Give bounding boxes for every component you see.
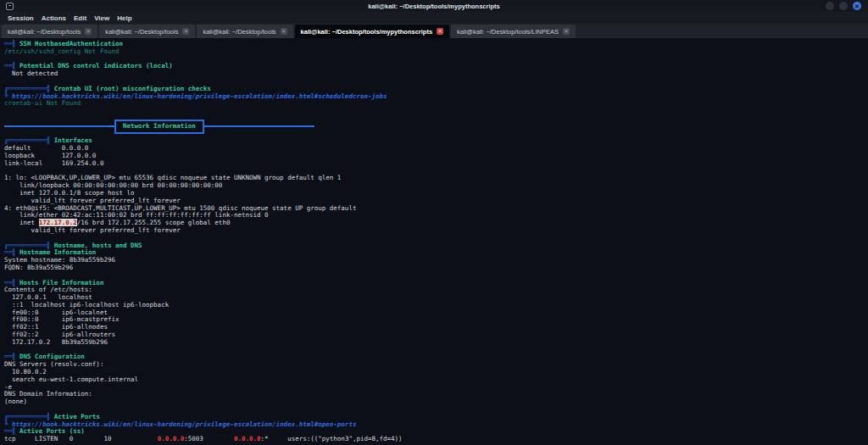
menu-view[interactable]: View [94,14,109,22]
maximize-button[interactable] [839,2,848,10]
menu-actions[interactable]: Actions [42,14,66,22]
terminal-line: ══╣ Potential DNS control indicators (lo… [4,63,868,70]
banner-line-left [4,125,114,127]
tab-2[interactable]: kali@kali: ~/Desktop/tools✕ [99,25,195,38]
menu-edit[interactable]: Edit [74,14,86,22]
tab-1[interactable]: kali@kali: ~/Desktop/tools✕ [2,25,97,38]
tab-close-icon[interactable]: ✕ [85,28,92,35]
terminal-line [4,406,868,414]
terminal-line: tcp LISTEN 0 10 0.0.0.0:5003 0.0.0.0:* u… [4,436,868,443]
tab-label: kali@kali: ~/Desktop/tools [8,28,81,36]
terminal-line: ══╣ DNS Configuration [4,353,868,361]
terminal-text-segment: Interfaces [54,136,92,144]
terminal-text-segment: Contents of /etc/hosts: [4,286,92,293]
terminal-text-segment: 127.0.0.1 localhost [4,293,92,301]
tab-close-icon[interactable]: ✕ [437,28,443,35]
terminal-text-segment: DNS Domain Information: [4,390,92,398]
terminal-text-segment: SSH HostbasedAuthentication [19,40,123,47]
menu-bar: SessionActionsEditViewHelp [0,12,868,24]
terminal-text-segment: ══╣ [4,353,19,360]
terminal-text-segment: search eu-west-1.compute.internal [4,375,138,383]
terminal-text-segment: link-local 169.254.0.0 [4,159,103,167]
terminal-text-segment: link/loopback 00:00:00:00:00:00 brd 00:0… [4,181,222,189]
close-button[interactable]: ✕ [853,2,861,10]
terminal-line: ff00::0 ip6-mcastprefix [4,316,868,324]
tab-bar: kali@kali: ~/Desktop/tools✕kali@kali: ~/… [0,24,868,38]
terminal-text-segment: link/ether 02:42:ac:11:00:02 brd ff:ff:f… [4,211,269,219]
terminal-text-segment: ╔══════════╣ [4,136,54,144]
terminal-text-segment: users:(("python3",pid=8,fd=4)) [287,435,402,442]
tab-5[interactable]: kali@kali: ~/Desktop/tools/LINPEAS✕ [451,25,576,38]
terminal-text-segment: tcp LISTEN 0 10 [4,435,158,442]
terminal-line: DNS Domain Information: [4,391,868,398]
terminal-line: ══╣ Hosts File Information [4,280,868,287]
terminal-line: Contents of /etc/hosts: [4,286,868,294]
terminal-text-segment: 10.80.0.2 [4,368,47,375]
terminal-line [4,108,868,115]
tab-4[interactable]: kali@kali: ~/Desktop/tools/mypythonscrip… [295,25,449,38]
terminal-text-segment: ══╣ [4,427,19,435]
tab-label: kali@kali: ~/Desktop/tools [203,28,275,36]
terminal-line: ╚ https://book.hacktricks.wiki/en/linux-… [4,421,868,429]
banner-title: Network Information [114,120,204,134]
terminal-text-segment: ff02::2 ip6-allrouters [4,331,115,338]
terminal-text-segment: Not detected [4,70,58,77]
terminal-text-segment: crontab-ui Not Found [4,99,81,107]
tab-label: kali@kali: ~/Desktop/tools/mypythonscrip… [301,28,432,36]
terminal-line: FQDN: 8b39a559b296 [4,264,868,272]
terminal-text-segment: Crontab UI (root) misconfiguration check… [54,85,211,92]
terminal-text-segment: -e [4,383,12,391]
terminal-line: /etc/ssh/sshd_config Not Found [4,48,868,56]
menu-session[interactable]: Session [8,14,34,22]
terminal-text-segment: System hostname: 8b39a559b296 [4,256,115,264]
section-banner: Network Information [4,115,868,137]
terminal-text-segment: DNS Servers (resolv.conf): [4,360,103,368]
terminal-text-segment: :5003 [184,435,234,442]
terminal-line: Not detected [4,70,868,78]
terminal-line: valid_lft forever preferred_lft forever [4,227,868,235]
terminal-text-segment: (none) [4,398,27,405]
terminal-line: fe00::0 ip6-localnet [4,309,868,317]
terminal-line: ::1 localhost ip6-localhost ip6-loopback [4,302,868,309]
window-controls: ✕ [826,2,861,10]
terminal-text-segment: ╚ [4,92,12,100]
terminal-text-segment: ╔══════════╣ [4,85,54,92]
terminal-text-segment: Hostname Information [19,248,96,256]
terminal-text-segment: 172.17.0.2 [39,219,77,226]
menu-help[interactable]: Help [117,14,131,22]
terminal-line: link-local 169.254.0.0 [4,160,868,168]
tab-close-icon[interactable]: ✕ [563,28,570,35]
terminal-text-segment: loopback 127.0.0.0 [4,152,96,159]
terminal-text-segment: Potential DNS control indicators (local) [19,62,173,70]
terminal-output[interactable]: ══╣ SSH HostbasedAuthentication/etc/ssh/… [0,38,868,445]
tab-close-icon[interactable]: ✕ [281,28,287,35]
tab-close-icon[interactable]: ✕ [182,28,189,35]
terminal-text-segment: 0.0.0.0 [234,435,261,442]
tab-label: kali@kali: ~/Desktop/tools [105,28,178,36]
terminal-line: ╔══════════╣ Interfaces [4,137,868,145]
terminal-text-segment: 172.17.0.2 8b39a559b296 [4,338,108,346]
terminal-text-segment: inet 127.0.0.1/8 scope host lo [4,189,135,197]
terminal-line: search eu-west-1.compute.internal [4,376,868,384]
terminal-text-segment: DNS Configuration [19,353,85,360]
terminal-text-segment: ══╣ [4,62,19,70]
tab-3[interactable]: kali@kali: ~/Desktop/tools✕ [197,25,292,38]
terminal-line: default 0.0.0.0 [4,145,868,153]
minimize-button[interactable] [826,2,834,10]
terminal-line: ff02::2 ip6-allrouters [4,331,868,339]
terminal-text-segment: ╔══════════╣ [4,413,54,420]
window-title: kali@kali: ~/Desktop/tools/mypythonscrip… [0,3,868,10]
terminal-text-segment: valid_lft forever preferred_lft forever [4,197,181,204]
terminal-line: 172.17.0.2 8b39a559b296 [4,339,868,347]
terminal-text-segment: 0.0.0.0 [158,435,185,442]
terminal-text-segment: fe00::0 ip6-localnet [4,309,108,316]
terminal-text-segment: inet [4,219,39,226]
terminal-text-segment: 1: lo: <LOOPBACK,UP,LOWER_UP> mtu 65536 … [4,174,341,181]
title-bar[interactable]: kali@kali: ~/Desktop/tools/mypythonscrip… [0,0,868,12]
terminal-text-segment: valid_lft forever preferred_lft forever [4,226,181,234]
terminal-text-segment: ff02::1 ip6-allnodes [4,323,108,331]
terminal-line: ╚ https://book.hacktricks.wiki/en/linux-… [4,93,868,101]
terminal-line: loopback 127.0.0.0 [4,153,868,160]
terminal-text-segment: ::1 localhost ip6-localhost ip6-loopback [4,301,169,309]
terminal-line: ff02::1 ip6-allnodes [4,324,868,331]
